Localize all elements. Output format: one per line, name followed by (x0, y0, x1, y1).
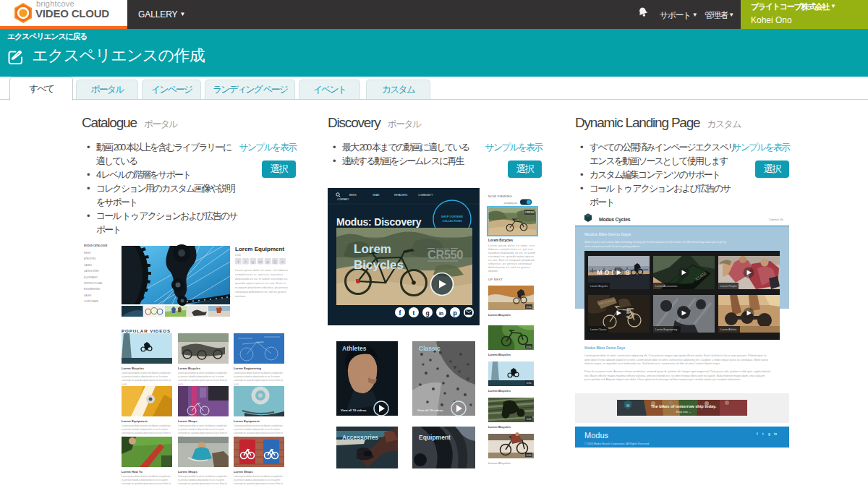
svg-text:omittam.: omittam. (488, 270, 498, 273)
svg-text:Athletes: Athletes (342, 345, 367, 352)
svg-text:Shop now →: Shop now → (676, 411, 692, 414)
svg-text:Lorem Classic: Lorem Classic (590, 328, 607, 331)
svg-text:ei, persius tatordius disputan: ei, persius tatordius disputando ex vix.… (122, 428, 168, 431)
svg-text:Proin id accumsan enim. Aenean: Proin id accumsan enim. Aenean a lorem v… (584, 370, 770, 373)
svg-text:ATHLETES: ATHLETES (84, 257, 95, 260)
svg-text:CORPORATE: CORPORATE (84, 300, 98, 303)
svg-text:0:00: 0:00 (527, 382, 532, 385)
svg-text:nusquam phaedrum urbanitas, pr: nusquam phaedrum urbanitas, pri persius (235, 286, 288, 289)
svg-text:COMMUNITY: COMMUNITY (418, 194, 433, 197)
svg-text:Lorem ipsum dolor sit amet, ni: Lorem ipsum dolor sit amet, nisi labores… (122, 372, 171, 374)
svg-text:in: in (439, 311, 443, 316)
svg-text:BIKES: BIKES (84, 252, 90, 254)
svg-text:Lorem Shops: Lorem Shops (178, 470, 197, 474)
svg-text:0:00: 0:00 (527, 454, 532, 457)
svg-text:Modus: Discovery: Modus: Discovery (336, 216, 422, 228)
svg-text:View all 19 videos: View all 19 videos (341, 408, 367, 412)
svg-text:ei, persius tatordius disputan: ei, persius tatordius disputando ex vix.… (122, 479, 168, 481)
svg-text:quando option epicuri eu eos.: quando option epicuri eu eos. Eam et (235, 281, 286, 285)
svg-text:Lorem Engineering: Lorem Engineering (655, 328, 677, 331)
svg-text:nisl. Mauris efficitur magna m: nisl. Mauris efficitur magna maximus eff… (584, 374, 765, 377)
svg-text:corrumpit vis, quando option e: corrumpit vis, quando option epicuri eu … (178, 482, 227, 485)
svg-text:RETAILERS: RETAILERS (394, 194, 408, 197)
svg-text:Lorem Shops: Lorem Shops (234, 470, 253, 474)
svg-text:corrumpit vis, quando option e: corrumpit vis, quando option epicuri eu … (122, 482, 171, 485)
svg-text:POPULAR VIDEOS: POPULAR VIDEOS (122, 328, 171, 333)
svg-text:p: p (267, 260, 269, 264)
svg-text:ei, persius tatordius disputan: ei, persius tatordius disputando ex vix.… (234, 479, 280, 481)
svg-text:ultricies augue, ac imperdiet: ultricies augue, ac imperdiet arcu males… (584, 362, 720, 365)
svg-text:Modus: Modus (584, 431, 609, 440)
svg-text:0:00: 0:00 (122, 383, 127, 386)
svg-text:Lorem Engineering: Lorem Engineering (234, 367, 262, 370)
svg-text:0:00: 0:00 (527, 418, 532, 421)
svg-text:COMPANY: COMPANY (337, 198, 349, 201)
svg-text:autoplay on: autoplay on (503, 202, 517, 205)
svg-text:corrumpit vis, quando option e: corrumpit vis, quando option epicuri (488, 255, 534, 258)
svg-text:0:00: 0:00 (234, 383, 239, 386)
svg-text:Lorem People: Lorem People (720, 285, 736, 288)
svg-text:close and personal with the be: close and personal with the best cycling… (584, 245, 640, 248)
svg-text:ei, persius tatordius disputan: ei, persius tatordius disputando ex vix.… (234, 428, 280, 431)
svg-text:corrumpit vis, quando option e: corrumpit vis, quando option epicuri eu … (122, 379, 171, 382)
svg-text:0:00: 0:00 (527, 346, 532, 348)
svg-text:Lorem Equipment: Lorem Equipment (235, 246, 284, 252)
svg-text:ei, persius tatordius disputan: ei, persius tatordius disputando ex vix.… (178, 428, 224, 431)
svg-text:EQUIPMENT: EQUIPMENT (84, 276, 98, 279)
svg-text:COLLECTIONS: COLLECTIONS (442, 220, 462, 223)
svg-text:CASES: CASES (84, 264, 92, 267)
svg-text:disputando ex vix. In autem co: disputando ex vix. In autem corrumpit vi… (235, 277, 288, 281)
svg-text:Lorem ipsum dolor sit amet, ni: Lorem ipsum dolor sit amet, nisi labores… (178, 424, 228, 427)
svg-text:Modus Bike Demo Days: Modus Bike Demo Days (584, 232, 631, 236)
svg-text:f: f (237, 260, 239, 264)
svg-text:Contact Us: Contact Us (769, 218, 783, 221)
svg-text:Lorem Equipment: Lorem Equipment (234, 419, 260, 423)
svg-text:CATEGORIES: CATEGORIES (84, 270, 99, 273)
svg-text:ei, persius tatordius disputan: ei, persius tatordius disputando ex vix.… (122, 375, 168, 378)
svg-text:Lorem ipsum dolor sit amet, ni: Lorem ipsum dolor sit amet, nisi labores… (234, 475, 284, 478)
svg-text:Lorem ipsum dolor sit amet, ni: Lorem ipsum dolor sit amet, nisi labores… (234, 372, 284, 374)
svg-text:ei, persius tatordius disputan: ei, persius tatordius disputando ex vix.… (178, 479, 224, 481)
svg-text:g: g (425, 309, 429, 317)
svg-text:Lorem Bicycles: Lorem Bicycles (488, 353, 511, 356)
svg-text:Classic: Classic (419, 345, 441, 352)
svg-text:Lorem How To: Lorem How To (122, 470, 142, 474)
svg-text:eu eos. Eam et nusquam phaedru: eu eos. Eam et nusquam phaedrum (488, 259, 535, 262)
svg-text:tatordius disputando ex vix. I: tatordius disputando ex vix. In autem (488, 252, 535, 254)
svg-text:labores complectitur ei, persi: labores complectitur ei, persius (488, 248, 533, 251)
svg-text:corrumpit vis, quando option e: corrumpit vis, quando option epicuri eu … (234, 379, 283, 382)
svg-text:Bicycles: Bicycles (354, 258, 404, 272)
svg-text:Lorem Bicycles: Lorem Bicycles (178, 367, 201, 370)
svg-text:UP NEXT: UP NEXT (488, 278, 503, 281)
svg-text:Lorem: Lorem (354, 242, 391, 256)
svg-text:Lorem ipsum dolor sit amet, co: Lorem ipsum dolor sit amet, consectetur … (584, 354, 766, 357)
svg-text:5: 5 (626, 304, 634, 322)
svg-text:g: g (252, 260, 254, 264)
svg-text:corrumpit vis, quando option e: corrumpit vis, quando option epicuri eu … (178, 379, 227, 382)
svg-text:Lorem Equipment: Lorem Equipment (122, 419, 148, 423)
svg-text:t: t (245, 260, 247, 264)
svg-text:Modus Cycles: Modus Cycles (599, 217, 631, 223)
svg-text:p: p (453, 309, 456, 317)
svg-text:MODUS CATALOGUE: MODUS CATALOGUE (84, 244, 107, 247)
svg-text:Modus Cycles uses cutting edge: Modus Cycles uses cutting edge technolog… (584, 241, 726, 244)
svg-text:Lorem Bicycles: Lorem Bicycles (122, 367, 145, 370)
svg-text:Lorem Bicycles: Lorem Bicycles (488, 425, 511, 429)
svg-text:corrumpit vis, quando option e: corrumpit vis, quando option epicuri eu … (234, 432, 283, 435)
svg-text:CR550: CR550 (525, 210, 535, 214)
svg-text:Lorem Bicycles: Lorem Bicycles (590, 285, 608, 288)
svg-text:Lorem Athlete: Lorem Athlete (720, 328, 736, 331)
svg-text:urbanitas, pri persius consequ: urbanitas, pri persius consequat (488, 262, 532, 265)
svg-text:Lorem Bicycles: Lorem Bicycles (488, 239, 513, 242)
svg-text:The bikes of tomorrow ship tod: The bikes of tomorrow ship today. (651, 404, 717, 408)
svg-text:Accessories: Accessories (342, 434, 378, 441)
svg-text:ei, persius tatordius disputan: ei, persius tatordius disputando ex vix.… (178, 375, 224, 378)
svg-text:in: in (259, 260, 263, 264)
svg-text:0:00: 0:00 (527, 306, 532, 309)
svg-text:in: in (774, 432, 777, 436)
svg-text:Lorem ipsum dolor sit amet, ni: Lorem ipsum dolor sit amet, nisi labores… (122, 424, 171, 427)
svg-text:amet dolor et eros aliquam ali: amet dolor et eros aliquam aliquet et or… (584, 359, 768, 361)
svg-text:purus porttitor vel. Aliquam a: purus porttitor vel. Aliquam aliquet ant… (584, 378, 741, 381)
svg-text:ei, persius tatordius disputan: ei, persius tatordius disputando ex vix.… (234, 375, 280, 378)
svg-text:0:00: 0:00 (178, 383, 183, 386)
